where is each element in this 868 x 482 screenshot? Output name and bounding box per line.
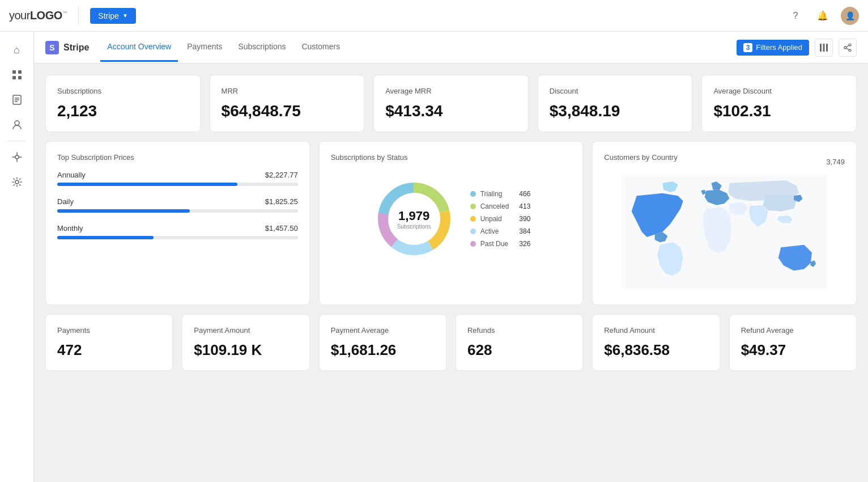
metric-label-subscriptions: Subscriptions [57,87,189,95]
bar-label-monthly: Monthly [57,224,83,232]
metric-value-avg-mrr: $413.34 [385,102,517,120]
bar-value-daily: $1,825.25 [265,197,298,206]
legend-label-trialing: Trialing [480,190,503,198]
bar-value-annually: $2,227.77 [265,171,298,179]
question-icon: ? [793,11,798,21]
bar-item-annually: Annually $2,227.77 [57,171,298,186]
columns-icon-button[interactable] [815,39,833,57]
top-subscription-prices-card: Top Subscription Prices Annually $2,227.… [45,141,310,305]
legend-label-pastdue: Past Due [480,240,508,248]
sidebar-item-users[interactable] [6,113,28,136]
stripe-dropdown-button[interactable]: Stripe ▼ [90,8,135,24]
bar-track-annually [57,183,298,186]
help-button[interactable]: ? [786,7,805,25]
svg-point-8 [15,121,19,125]
tab-payments[interactable]: Payments [180,33,229,62]
bottom-row: Payments 472 Payment Amount $109.19 K Pa… [45,314,857,371]
metric-value-discount: $3,848.19 [550,102,681,120]
metrics-row: Subscriptions 2,123 MRR $64,848.75 Avera… [45,75,857,132]
subnav-brand-name: Stripe [63,43,89,53]
bottom-value-refund-average: $49.37 [741,341,845,359]
sidebar-item-settings[interactable] [6,171,28,193]
legend-dot-pastdue [470,241,476,247]
legend-value-canceled: 413 [513,202,530,210]
bar-item-monthly: Monthly $1,457.50 [57,224,298,239]
bottom-value-payment-amount: $109.19 K [194,341,297,359]
svg-rect-1 [18,70,22,74]
middle-row: Top Subscription Prices Annually $2,227.… [45,141,857,305]
customers-by-country-count: 3,749 [826,158,845,166]
customers-by-country-card: Customers by Country 3,749 [592,141,857,305]
svg-point-16 [849,49,851,52]
svg-line-18 [846,48,849,50]
legend-item-pastdue: Past Due 326 [470,240,531,248]
logo-text: your [9,9,30,22]
donut-chart: 1,979 Subscriptions [372,176,457,261]
svg-rect-11 [820,44,822,52]
bottom-card-payment-average: Payment Average $1,681.26 [319,314,446,371]
tab-customers[interactable]: Customers [295,33,347,62]
stripe-btn-label: Stripe [98,11,119,20]
bottom-label-payment-average: Payment Average [331,326,435,335]
sidebar-item-home[interactable]: ⌂ [6,39,28,61]
legend-item-canceled: Canceled 413 [470,202,531,210]
layout: ⌂ S Stripe Account Overview Payments Sub… [0,32,868,482]
bar-value-monthly: $1,457.50 [265,224,298,232]
legend-value-pastdue: 326 [513,240,530,248]
legend-value-trialing: 466 [513,190,530,198]
svg-rect-0 [12,70,16,74]
bottom-card-payment-amount: Payment Amount $109.19 K [182,314,309,371]
logo: yourLOGO™ [9,9,67,22]
chevron-down-icon: ▼ [122,12,128,19]
bottom-card-refund-average: Refund Average $49.37 [729,314,857,371]
sidebar-item-grid[interactable] [6,64,28,86]
legend-dot-trialing [470,191,476,197]
filters-label: Filters Applied [756,43,802,52]
metric-label-avg-mrr: Average MRR [385,87,517,95]
metric-card-mrr: MRR $64,848.75 [210,75,365,132]
bell-icon: 🔔 [817,10,828,21]
metric-card-avg-mrr: Average MRR $413.34 [373,75,529,132]
bottom-card-payments: Payments 472 [45,314,173,371]
user-avatar[interactable]: 👤 [841,7,859,25]
share-icon-button[interactable] [839,39,857,57]
legend-label-active: Active [480,227,499,235]
sidebar-divider [8,141,26,141]
bottom-label-payments: Payments [57,326,161,335]
topbar: yourLOGO™ Stripe ▼ ? 🔔 👤 [0,0,868,32]
svg-point-14 [849,44,851,46]
metric-value-avg-discount: $102.31 [713,102,845,120]
svg-point-9 [15,155,19,159]
bottom-value-refunds: 628 [467,341,571,359]
bar-fill-monthly [57,236,154,239]
metric-card-avg-discount: Average Discount $102.31 [701,75,857,132]
donut-total: 1,979 [397,209,431,223]
legend-label-unpaid: Unpaid [480,215,502,223]
bar-track-daily [57,209,298,213]
avatar-image: 👤 [845,11,855,20]
notifications-button[interactable]: 🔔 [814,7,832,25]
logo-tm: ™ [62,10,67,16]
donut-center: 1,979 Subscriptions [397,209,431,230]
svg-point-10 [15,180,19,184]
metric-label-avg-discount: Average Discount [713,87,845,95]
legend-value-unpaid: 390 [513,215,530,223]
customers-by-country-title: Customers by Country [604,153,677,162]
bottom-value-refund-amount: $6,836.58 [604,341,708,359]
bar-track-monthly [57,236,298,239]
metric-card-discount: Discount $3,848.19 [538,75,693,132]
svg-rect-3 [18,76,22,79]
metric-value-mrr: $64,848.75 [222,102,353,120]
legend-item-unpaid: Unpaid 390 [470,215,531,223]
sidebar-item-reports[interactable] [6,88,28,111]
sidebar-item-integrations[interactable] [6,146,28,168]
filters-button[interactable]: 3 Filters Applied [737,40,809,56]
main-content: S Stripe Account Overview Payments Subsc… [34,32,868,482]
tab-account-overview[interactable]: Account Overview [100,33,178,62]
svg-rect-12 [823,44,825,52]
metric-label-mrr: MRR [222,87,353,95]
tab-subscriptions[interactable]: Subscriptions [231,33,292,62]
bottom-label-refund-amount: Refund Amount [604,326,708,335]
legend-value-active: 384 [513,227,530,235]
donut-area: 1,979 Subscriptions Trialing 466 [331,171,572,267]
